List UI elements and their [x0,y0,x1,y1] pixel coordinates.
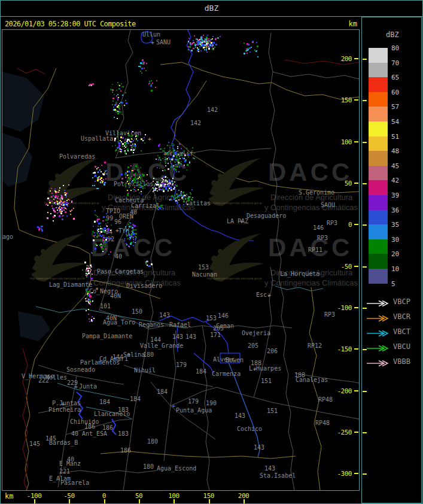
radar-echo-pixel [163,183,165,184]
radar-echo-pixel [60,195,62,196]
radar-echo-pixel [125,177,126,178]
radar-echo-pixel [98,230,99,231]
radar-echo-pixel [60,203,61,204]
radar-echo-pixel [171,159,173,160]
radar-echo-pixel [188,196,190,198]
radar-echo-pixel [106,213,107,214]
radar-echo-pixel [181,148,182,149]
scale-panel-tick [363,183,367,184]
radar-echo-pixel [173,196,174,198]
radar-echo-pixel [101,171,102,172]
radar-echo-pixel [199,41,200,42]
radar-echo-pixel [136,138,137,139]
radar-echo-pixel [214,47,215,48]
radar-echo-pixel [141,138,142,140]
radar-echo-pixel [137,140,138,141]
radar-echo-pixel [186,148,187,149]
radar-echo-pixel [94,172,96,174]
radar-echo-pixel [125,226,126,227]
radar-echo-pixel [61,204,62,205]
radar-echo-pixel [129,239,130,240]
radar-echo-pixel [114,109,116,111]
radar-echo-pixel [95,248,96,250]
radar-echo-pixel [177,148,178,149]
radar-echo-pixel [203,47,204,48]
radar-echo-pixel [96,215,97,216]
x-axis-tick [209,499,210,503]
radar-echo-pixel [126,244,127,245]
radar-echo-pixel [92,320,93,321]
radar-echo-pixel [127,166,129,168]
radar-echo-pixel [141,150,142,151]
scale-value-label: 60 [391,89,399,96]
radar-echo-pixel [133,233,135,235]
radar-echo-pixel [194,153,195,154]
radar-echo-pixel [191,199,193,201]
radar-echo-pixel [104,245,105,247]
radar-echo-pixel [51,196,53,198]
radar-echo-pixel [189,162,190,163]
radar-echo-pixel [135,233,137,235]
radar-echo-pixel [97,229,98,230]
radar-echo-pixel [165,157,166,159]
radar-echo-pixel [66,215,68,217]
radar-echo-pixel [59,215,60,217]
radar-echo-pixel [101,236,102,237]
radar-echo-pixel [55,195,57,197]
radar-echo-pixel [183,204,184,205]
radar-echo-pixel [130,238,131,239]
radar-echo-pixel [122,95,123,96]
radar-echo-pixel [208,48,210,50]
radar-echo-pixel [128,224,129,225]
x-axis-unit-label: km [5,492,13,500]
radar-echo-pixel [213,48,214,49]
radar-echo-pixel [169,158,171,159]
radar-echo-pixel [175,154,176,155]
radar-echo-pixel [172,181,174,183]
radar-echo-pixel [133,191,135,192]
radar-echo-pixel [84,262,86,263]
radar-echo-pixel [82,269,83,271]
radar-echo-pixel [173,165,174,166]
radar-echo-pixel [137,181,139,183]
radar-echo-pixel [125,100,126,101]
radar-echo-pixel [98,167,99,168]
radar-echo-pixel [65,208,66,209]
radar-echo-pixel [62,196,63,197]
radar-echo-pixel [94,221,96,223]
radar-echo-pixel [86,310,87,311]
radar-echo-pixel [156,204,157,205]
radar-echo-pixel [177,196,178,197]
radar-echo-pixel [153,187,154,189]
radar-echo-pixel [160,160,162,161]
radar-echo-pixel [122,143,124,145]
radar-echo-pixel [194,35,195,37]
radar-echo-pixel [251,47,252,48]
radar-echo-pixel [172,152,173,153]
radar-echo-pixel [54,189,56,190]
scale-value-label: 45 [391,163,399,169]
radar-echo-pixel [187,201,188,202]
scale-color-block [369,63,388,78]
radar-echo-pixel [176,193,178,195]
radar-echo-pixel [157,183,158,184]
radar-echo-pixel [147,174,148,175]
radar-echo-pixel [187,204,188,205]
radar-echo-pixel [151,80,152,81]
radar-echo-pixel [170,199,171,200]
radar-echo-pixel [179,204,180,205]
radar-echo-pixel [53,216,54,218]
radar-echo-pixel [71,202,72,203]
radar-echo-pixel [197,48,199,50]
radar-echo-pixel [54,211,55,212]
radar-echo-pixel [181,161,182,162]
radar-echo-pixel [89,321,90,322]
radar-echo-pixel [197,44,199,45]
radar-echo-pixel [96,232,98,233]
radar-echo-pixel [126,153,127,154]
radar-echo-pixel [142,63,143,64]
radar-echo-pixel [99,176,100,177]
radar-echo-pixel [179,158,181,159]
radar-echo-pixel [127,178,129,179]
radar-echo-pixel [191,150,193,151]
